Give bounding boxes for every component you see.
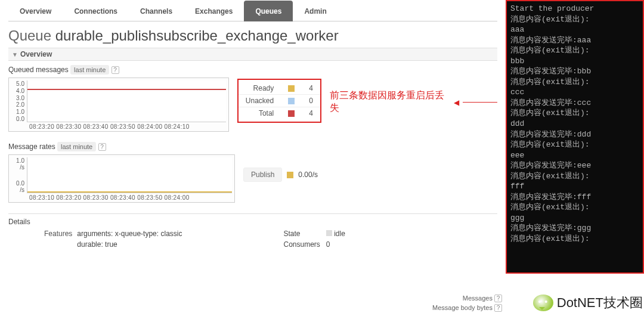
messages-help[interactable]: ? bbox=[494, 295, 502, 302]
watermark-text: DotNET技术圈 bbox=[557, 294, 643, 312]
tab-exchanges[interactable]: Exchanges bbox=[184, 1, 244, 21]
arguments-key: x-queue-type: bbox=[115, 230, 159, 238]
legend-total-value: 4 bbox=[302, 107, 320, 120]
consumers-label: Consumers bbox=[283, 240, 320, 249]
publish-rate: 0.00/s bbox=[298, 171, 318, 179]
state-label: State bbox=[283, 230, 320, 238]
queued-chart-xaxis: 08:23:20 08:23:30 08:23:40 08:23:50 08:2… bbox=[11, 122, 226, 131]
mbb-label: Message body bytes bbox=[432, 304, 493, 311]
tab-connections[interactable]: Connections bbox=[63, 1, 129, 21]
tab-queues[interactable]: Queues bbox=[244, 1, 293, 21]
swatch-yellow-icon bbox=[288, 85, 295, 92]
queue-name: durable_publishsubscribe_exchange_worker bbox=[55, 27, 339, 44]
messages-label: Messages bbox=[463, 295, 493, 302]
tab-overview[interactable]: Overview bbox=[8, 1, 63, 21]
arrow-left-icon bbox=[454, 97, 459, 107]
queued-messages-chart: 5.04.03.02.01.00.0 08:23:20 08:23:30 08:… bbox=[8, 78, 229, 132]
message-rates-label-row: Message rates last minute ? bbox=[8, 142, 497, 151]
features-label: Features bbox=[44, 230, 72, 238]
legend-ready-value: 4 bbox=[302, 82, 320, 95]
message-rates-legend: Publish 0.00/s bbox=[243, 168, 318, 182]
consumers-val: 0 bbox=[326, 240, 345, 249]
message-rates-label: Message rates bbox=[8, 142, 55, 151]
legend-unacked-value: 0 bbox=[302, 95, 320, 107]
durable-label: durable: bbox=[77, 240, 103, 249]
wechat-icon: • • bbox=[533, 295, 553, 311]
annotation-text: 前三条数据因服务重启后丢失 bbox=[330, 89, 450, 114]
state-indicator-icon bbox=[326, 230, 332, 236]
terminal-output: Start the producer消息内容(exit退出):aaa消息内容发送… bbox=[506, 0, 644, 274]
swatch-red-icon bbox=[288, 110, 295, 117]
swatch-blue-icon bbox=[288, 98, 295, 104]
tab-channels[interactable]: Channels bbox=[129, 1, 184, 21]
queued-messages-range[interactable]: last minute bbox=[70, 65, 109, 75]
annotation: 前三条数据因服务重启后丢失 bbox=[330, 89, 497, 114]
queued-messages-help[interactable]: ? bbox=[112, 66, 119, 74]
section-overview-label: Overview bbox=[20, 50, 52, 58]
right-detail-labels: Messages ? Message body bytes ? bbox=[432, 293, 502, 312]
rates-chart-xaxis: 08:23:10 08:23:20 08:23:30 08:23:40 08:2… bbox=[11, 193, 232, 202]
swatch-yellow-icon bbox=[287, 172, 293, 178]
legend-unacked-label: Unacked bbox=[239, 95, 281, 107]
durable-val: true bbox=[105, 240, 117, 249]
caret-down-icon: ▼ bbox=[12, 51, 18, 58]
rates-chart-plot bbox=[27, 157, 232, 193]
arguments-label: arguments: bbox=[77, 230, 113, 238]
legend-ready-label: Ready bbox=[239, 82, 281, 95]
rates-chart-yaxis: 1.0 /s 0.0 /s bbox=[11, 157, 27, 193]
queued-chart-yaxis: 5.04.03.02.01.00.0 bbox=[11, 80, 27, 122]
watermark: • • DotNET技术圈 bbox=[533, 294, 643, 312]
message-rates-help[interactable]: ? bbox=[98, 143, 106, 151]
nav-tabs: Overview Connections Channels Exchanges … bbox=[8, 0, 497, 21]
arrow-line-icon bbox=[463, 102, 497, 103]
series-publish-line bbox=[27, 191, 232, 193]
message-rates-chart: 1.0 /s 0.0 /s 08:23:10 08:23:20 08:23:30… bbox=[8, 154, 235, 203]
queued-messages-label-row: Queued messages last minute ? bbox=[8, 66, 497, 74]
queued-chart-plot bbox=[27, 80, 226, 122]
page-title-prefix: Queue bbox=[8, 27, 55, 44]
section-details-label: Details bbox=[8, 218, 497, 226]
legend-total-label: Total bbox=[239, 107, 281, 120]
section-overview-header[interactable]: ▼Overview bbox=[8, 48, 497, 61]
queued-messages-label: Queued messages bbox=[8, 66, 69, 74]
message-rates-range[interactable]: last minute bbox=[57, 142, 96, 151]
page-title: Queue durable_publishsubscribe_exchange_… bbox=[8, 27, 497, 44]
tab-admin[interactable]: Admin bbox=[293, 1, 338, 21]
publish-label: Publish bbox=[243, 168, 282, 182]
state-val: idle bbox=[334, 230, 345, 238]
queued-messages-legend: Ready 4 Unacked 0 Total 4 bbox=[237, 79, 321, 123]
arguments-val: classic bbox=[160, 230, 182, 238]
mbb-help[interactable]: ? bbox=[494, 304, 502, 312]
